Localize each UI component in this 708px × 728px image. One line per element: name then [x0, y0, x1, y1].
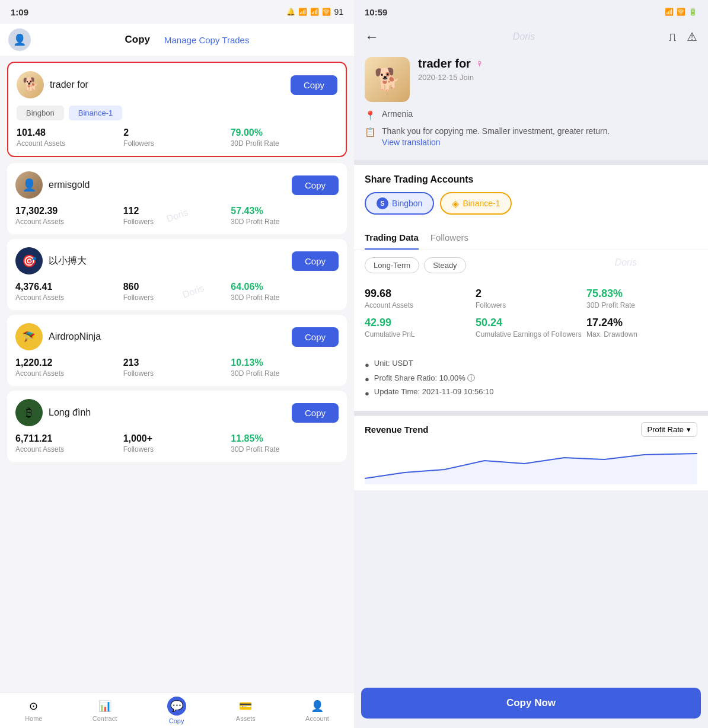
chart-area: [354, 443, 708, 490]
nav-assets[interactable]: 💳 Assets: [236, 699, 256, 722]
view-translation-link[interactable]: View translation: [382, 138, 610, 147]
trader-2-assets-label: Account Assets: [15, 293, 123, 302]
stat-followers: 2 Followers: [123, 127, 230, 148]
right-followers-value: 2: [476, 288, 586, 300]
profile-avatar: 🐕: [365, 57, 410, 102]
right-drawdown-value: 17.24%: [586, 317, 697, 329]
featured-copy-button[interactable]: Copy: [291, 75, 337, 95]
right-stat-pnl: 42.99 Cumulative PnL: [365, 317, 476, 339]
followers-tab[interactable]: Followers: [430, 232, 468, 250]
right-header-icons: ⎍ ⚠: [669, 30, 697, 44]
bullet-dot-2: ●: [365, 375, 369, 384]
trader-2-stats: 4,376.41 Account Assets 860 Followers 64…: [15, 282, 339, 302]
trader-2-avatar: 🎯: [15, 247, 43, 274]
share-trading-section: Share Trading Accounts S Bingbon ◈ Binan…: [354, 165, 708, 224]
trader-3-copy-button[interactable]: Copy: [292, 327, 339, 347]
assets-label: Account Assets: [17, 139, 123, 148]
profile-info: trader for ♀ 2020-12-15 Join: [418, 57, 697, 89]
profile-name-row: trader for ♀: [418, 57, 697, 71]
alert-icon[interactable]: ⚠: [687, 30, 697, 44]
trader-item-4: ₿ Long đình Copy 6,711.21 Account Assets…: [7, 391, 347, 462]
trader-1-assets: 17,302.39 Account Assets: [15, 206, 123, 226]
stat-assets: 101.48 Account Assets: [17, 127, 123, 148]
stat-profit: 79.00% 30D Profit Rate: [231, 127, 337, 148]
trader-item-3: 🪂 AirdropNinja Copy 1,220.12 Account Ass…: [7, 315, 347, 386]
bullet-ratio: ● Profit Share Ratio: 10.00% ⓘ: [365, 373, 697, 384]
stats-row-1: 99.68 Account Assets 2 Followers 75.83% …: [365, 288, 697, 309]
bingbon-tab-right[interactable]: S Bingbon: [365, 192, 434, 215]
manage-copy-trades-link[interactable]: Manage Copy Trades: [164, 35, 249, 45]
location-text: Armenia: [382, 109, 413, 119]
header-watermark: Doris: [513, 31, 535, 42]
trader-1-followers: 112 Followers: [123, 206, 231, 226]
signal-icon-2: 📶: [310, 8, 319, 16]
trader-1-assets-label: Account Assets: [15, 218, 123, 226]
right-header: ← Doris ⎍ ⚠: [354, 24, 708, 50]
nav-copy[interactable]: 💬 Copy: [167, 697, 186, 724]
trader-4-profit-label: 30D Profit Rate: [231, 445, 339, 454]
filter-steady[interactable]: Steady: [424, 257, 465, 273]
copy-now-button[interactable]: Copy Now: [361, 688, 701, 719]
trader-list: 👤 ermisgold Copy 17,302.39 Account Asset…: [0, 163, 354, 692]
trader-2-header: 🎯 以小搏大 Copy: [15, 247, 339, 274]
right-stat-earnings: 50.24 Cumulative Earnings of Followers: [476, 317, 586, 339]
binance-label: Binance-1: [463, 199, 500, 208]
trader-1-copy-button[interactable]: Copy: [292, 175, 339, 195]
chevron-down-icon: ▾: [687, 425, 691, 434]
signal-icon-1: 📶: [298, 8, 307, 16]
trader-4-followers: 1,000+ Followers: [123, 433, 231, 454]
user-avatar[interactable]: 👤: [8, 28, 31, 51]
right-status-bar: 10:59 📶 🛜 🔋: [354, 0, 708, 24]
right-wifi-icon: 🛜: [677, 8, 685, 16]
trader-2-copy-button[interactable]: Copy: [292, 251, 339, 271]
trader-2-followers-label: Followers: [123, 293, 231, 302]
location-item: 📍 Armenia: [365, 109, 697, 121]
bio-icon: 📋: [365, 127, 376, 138]
nav-account-label: Account: [305, 715, 329, 722]
binance-tab-right[interactable]: ◈ Binance-1: [440, 192, 512, 215]
section-divider-2: [354, 411, 708, 416]
back-button[interactable]: ←: [365, 28, 379, 45]
trader-4-stats: 6,711.21 Account Assets 1,000+ Followers…: [15, 433, 339, 454]
share-title: Share Trading Accounts: [365, 174, 697, 185]
bingbon-icon: S: [377, 197, 388, 209]
filter-long-term[interactable]: Long-Term: [365, 257, 419, 273]
right-assets-label: Account Assets: [365, 301, 476, 309]
trader-3-header: 🪂 AirdropNinja Copy: [15, 323, 339, 350]
trader-1-assets-value: 17,302.39: [15, 206, 123, 216]
featured-trader-info: 🐕 trader for: [17, 71, 88, 98]
trading-data-tab[interactable]: Trading Data: [365, 232, 419, 250]
bingbon-tab[interactable]: Bingbon: [17, 106, 64, 120]
revenue-dropdown[interactable]: Profit Rate ▾: [641, 422, 697, 437]
profit-value: 79.00%: [231, 127, 337, 138]
trader-2-followers-value: 860: [123, 282, 231, 292]
trader-4-copy-button[interactable]: Copy: [292, 403, 339, 423]
nav-home[interactable]: ⊙ Home: [25, 699, 42, 722]
featured-trader-name: trader for: [50, 79, 88, 90]
bullet-dot-3: ●: [365, 389, 369, 398]
trader-3-assets: 1,220.12 Account Assets: [15, 357, 123, 378]
revenue-dropdown-label: Profit Rate: [648, 425, 684, 434]
account-icon: 👤: [310, 699, 324, 713]
stats-row-2: 42.99 Cumulative PnL 50.24 Cumulative Ea…: [365, 317, 697, 339]
trader-1-avatar: 👤: [15, 171, 43, 199]
copy-tab-label[interactable]: Copy: [125, 34, 151, 46]
gender-icon: ♀: [476, 58, 484, 70]
trader-2-profit-value: 64.06%: [231, 282, 339, 292]
nav-account[interactable]: 👤 Account: [305, 699, 329, 722]
trader-item-1: 👤 ermisgold Copy 17,302.39 Account Asset…: [7, 163, 347, 234]
share-icon[interactable]: ⎍: [669, 30, 676, 44]
right-time: 10:59: [365, 7, 387, 17]
left-phone: 1:09 🔔 📶 📶 🛜 91 👤 Copy Manage Copy Trade…: [0, 0, 354, 728]
left-time: 1:09: [11, 7, 28, 17]
bio-item: 📋 Thank you for copying me. Smaller inve…: [365, 126, 697, 147]
profile-name: trader for: [418, 57, 471, 71]
trader-4-avatar: ₿: [15, 399, 43, 426]
featured-trader-header: 🐕 trader for Copy: [17, 71, 337, 98]
binance-tab[interactable]: Binance-1: [69, 106, 123, 120]
trader-2-assets-value: 4,376.41: [15, 282, 123, 292]
profit-label: 30D Profit Rate: [231, 139, 337, 148]
nav-contract[interactable]: 📊 Contract: [93, 699, 117, 722]
right-scrollable: 🐕 trader for ♀ 2020-12-15 Join 📍 Armenia…: [354, 50, 708, 683]
trader-3-stats: 1,220.12 Account Assets 213 Followers 10…: [15, 357, 339, 378]
